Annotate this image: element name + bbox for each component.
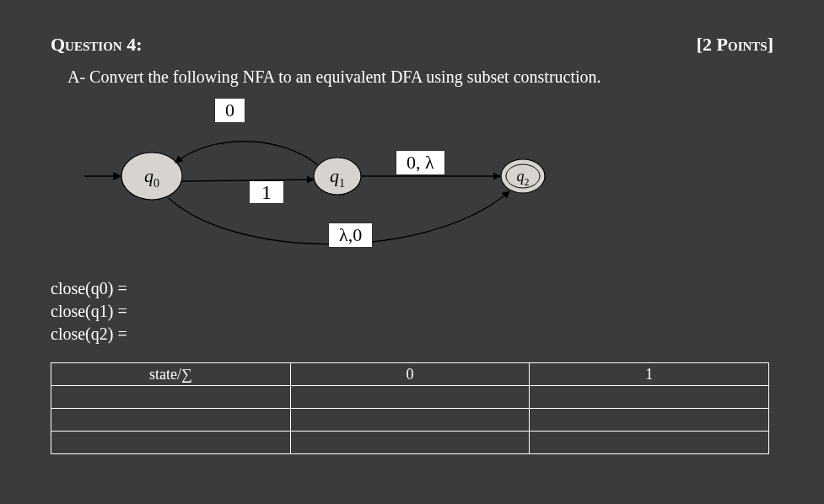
table-cell [290,386,530,409]
closure-q0: close(q0) = [51,277,773,300]
dfa-table: state/∑ 0 1 [51,362,769,454]
table-cell [51,386,291,409]
table-cell [290,409,530,432]
table-row [51,386,769,409]
table-cell [51,409,291,432]
table-cell [290,432,530,454]
question-header: Question 4: [2 Points] [51,34,773,56]
edge-label-lambda-zero: λ,0 [329,223,372,247]
question-prompt: A- Convert the following NFA to an equiv… [67,67,773,87]
edge-q0-q1-one [182,180,314,181]
edge-q1-q0-zero [175,142,317,164]
table-cell [530,409,769,432]
nfa-diagram: q0 q1 q2 0 1 0, λ [67,92,773,260]
table-row: state/∑ 0 1 [51,363,769,386]
question-title: Question 4: [51,34,142,56]
table-cell [51,432,291,454]
table-header-1: 1 [530,363,769,386]
closure-q2: close(q2) = [51,323,773,346]
table-header-state: state/∑ [51,363,291,386]
closure-q1: close(q1) = [51,300,773,323]
table-row [51,409,769,432]
closure-list: close(q0) = close(q1) = close(q2) = [51,277,773,346]
edge-label-zero-lambda: 0, λ [396,151,444,174]
table-row [51,432,769,454]
table-cell [530,432,769,454]
question-points: [2 Points] [697,34,773,56]
edge-label-one: 1 [250,181,283,203]
table-header-0: 0 [290,363,530,386]
table-cell [530,386,769,409]
edge-label-zero: 0 [215,99,245,122]
